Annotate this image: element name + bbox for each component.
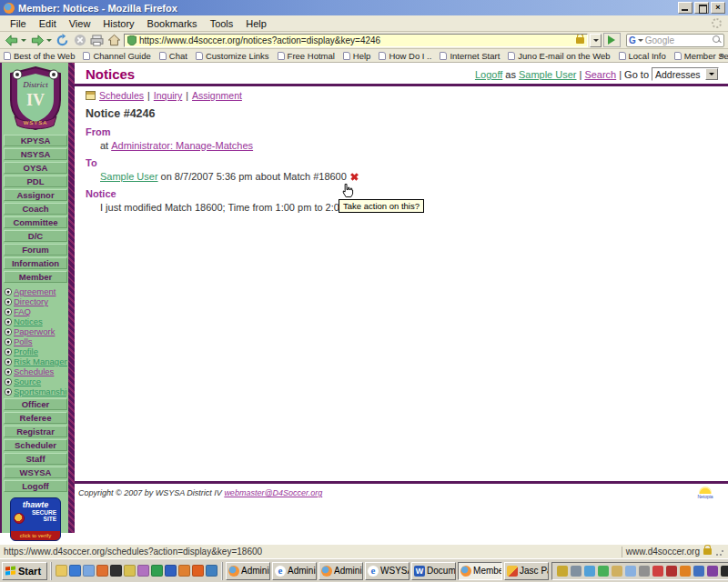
search-input[interactable]: Google [645,35,711,45]
menu-item[interactable]: Bookmarks [141,16,204,31]
quick-launch-icon[interactable] [124,565,136,577]
start-button[interactable]: Start [2,562,47,580]
sidebar-section-button[interactable]: Assignor [4,189,67,201]
go-button[interactable] [603,33,621,47]
bookmark-item[interactable]: Chat [159,51,187,61]
delete-notice-icon[interactable] [349,172,359,182]
sidebar-section-button[interactable]: Staff [4,453,67,465]
thawte-secure-site-badge[interactable]: thawte SECURE SITE click to verify [10,497,61,541]
site-builder-badge[interactable]: Netopia [692,487,719,499]
sidebar-member-link[interactable]: Source [5,376,67,386]
sidebar-section-button[interactable]: D/C [4,230,67,242]
home-button[interactable] [106,34,122,47]
back-dropdown-icon[interactable] [21,39,26,45]
tray-icon[interactable] [680,566,691,577]
stop-button[interactable] [72,34,87,47]
crumb-schedules-link[interactable]: Schedules [99,90,144,101]
minimize-button[interactable] [678,2,693,14]
sidebar-section-button[interactable]: Scheduler [4,439,67,451]
bookmark-item[interactable]: Help [343,51,371,61]
menu-item[interactable]: Tools [204,16,240,31]
sidebar-section-button[interactable]: Committee [4,216,67,228]
tray-icon[interactable] [639,566,650,577]
taskbar-window-button[interactable]: Docume... [411,562,456,580]
bookmarks-overflow-chevron[interactable]: » [720,50,724,60]
menu-item[interactable]: History [96,16,140,31]
sidebar-member-link[interactable]: Notices [5,316,67,326]
search-icon[interactable] [713,35,722,45]
sidebar-section-button[interactable]: OYSA [4,162,67,174]
menu-item[interactable]: Help [239,16,273,31]
bookmark-item[interactable]: How Do I .. [379,51,431,61]
back-button[interactable] [4,34,19,47]
taskbar-window-button[interactable]: WSYSA ... [365,562,410,580]
forward-button[interactable] [29,34,45,47]
quick-launch-icon[interactable] [96,565,108,577]
quick-launch-icon[interactable] [178,565,190,577]
goto-dropdown-icon[interactable] [705,68,718,80]
tray-icon[interactable] [666,566,677,577]
bookmark-item[interactable]: Best of the Web [4,51,75,61]
close-button[interactable]: × [711,2,725,14]
url-history-dropdown[interactable] [590,34,602,47]
menu-item[interactable]: View [63,16,97,31]
search-link[interactable]: Search [584,69,616,80]
quick-launch-icon[interactable] [137,565,149,577]
sidebar-section-button[interactable]: Logoff [4,480,67,492]
sidebar-section-button[interactable]: Forum [4,244,67,256]
menu-item[interactable]: Edit [33,16,63,31]
tray-icon[interactable] [625,566,636,577]
tray-icon[interactable] [571,566,581,577]
taskbar-window-button[interactable]: Administ... [318,562,363,580]
sidebar-member-link[interactable]: Profile [5,346,67,356]
sidebar-section-button[interactable]: Officer [4,398,67,410]
tray-icon[interactable] [693,566,704,577]
reload-button[interactable] [55,34,70,47]
forward-dropdown-icon[interactable] [46,39,52,45]
restore-button[interactable] [694,2,709,14]
tray-icon[interactable] [612,566,622,577]
sidebar-member-link[interactable]: Sportsmanship [5,386,67,396]
from-administrator-link[interactable]: Administrator: Manage-Matches [111,140,253,151]
quick-launch-icon[interactable] [110,565,122,577]
bookmark-item[interactable]: Free Hotmal [278,51,335,61]
tray-icon[interactable] [598,566,609,577]
sidebar-section-button[interactable]: NSYSA [4,148,67,160]
sidebar-section-button[interactable]: Registrar [4,426,67,437]
print-button[interactable] [89,34,105,47]
tray-icon[interactable] [707,566,718,577]
sidebar-section-button[interactable]: Member [4,271,67,283]
taskbar-window-button[interactable]: Membe... [458,562,502,580]
quick-launch-icon[interactable] [69,565,81,577]
goto-select[interactable]: Addresses [652,67,719,81]
current-user-link[interactable]: Sample User [519,69,577,80]
sidebar-section-button[interactable]: Referee [4,412,67,424]
sidebar-member-link[interactable]: Schedules [5,366,67,376]
search-box[interactable]: G Google [626,34,724,47]
url-bar[interactable]: https://www.d4soccer.org/notices?action=… [124,34,588,47]
sidebar-section-button[interactable]: PDL [4,176,67,187]
crumb-inquiry-link[interactable]: Inquiry [154,90,183,101]
sidebar-section-button[interactable]: WSYSA [4,467,67,478]
menu-item[interactable]: File [4,16,33,31]
quick-launch-icon[interactable] [192,565,204,577]
sidebar-member-link[interactable]: Directory [5,296,67,306]
tray-icon[interactable] [721,566,728,577]
sidebar-member-link[interactable]: Paperwork [5,326,67,336]
tray-icon[interactable] [557,566,568,577]
bookmark-item[interactable]: Customize Links [196,51,269,61]
crumb-assignment-link[interactable]: Assignment [192,90,242,101]
quick-launch-icon[interactable] [206,565,217,577]
tray-icon[interactable] [584,566,595,577]
search-engine-dropdown-icon[interactable] [638,39,643,45]
tray-icon[interactable] [652,566,663,577]
sidebar-section-button[interactable]: Information [4,257,67,269]
quick-launch-icon[interactable] [83,565,95,577]
sidebar-section-button[interactable]: Coach [4,203,67,215]
bookmark-item[interactable]: Local Info [619,51,666,61]
bookmark-item[interactable]: Channel Guide [83,51,150,61]
bookmark-item[interactable]: Internet Start [440,51,500,61]
quick-launch-icon[interactable] [165,565,177,577]
sidebar-member-link[interactable]: Agreement [5,286,67,296]
taskbar-window-button[interactable]: Jasc Pai... [504,562,549,580]
